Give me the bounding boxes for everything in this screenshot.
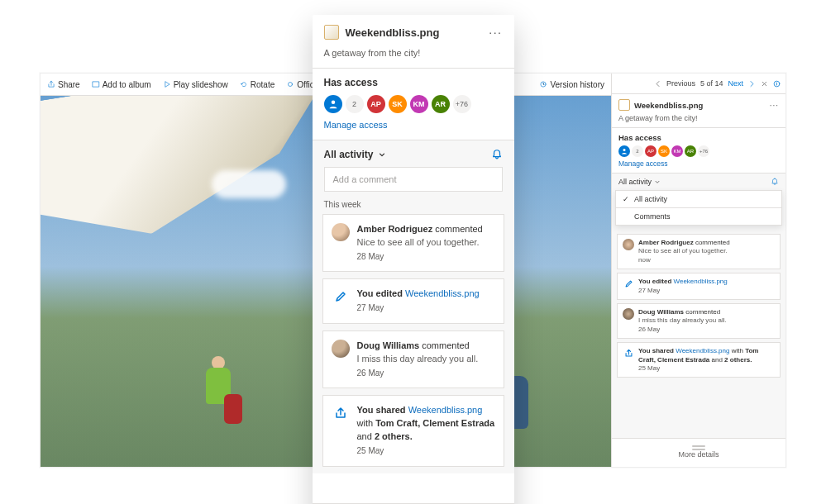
manage-access-link[interactable]: Manage access — [324, 120, 503, 130]
avatar[interactable]: 2 — [346, 95, 364, 113]
small-activity-feed: Amber Rodriguez commentedNice to see all… — [612, 231, 785, 381]
avatar[interactable]: KM — [671, 145, 683, 157]
add-to-album-button[interactable]: Add to album — [92, 80, 151, 89]
next-link[interactable]: Next — [728, 79, 743, 88]
avatar — [623, 308, 634, 320]
share-icon — [47, 80, 55, 88]
small-activity-card: Amber Rodriguez commentedNice to see all… — [617, 234, 781, 269]
svg-point-5 — [331, 101, 335, 105]
chevron-down-icon — [378, 150, 386, 159]
version-history-button[interactable]: Version history — [539, 80, 604, 89]
svg-point-1 — [289, 83, 293, 87]
svg-point-4 — [623, 149, 626, 151]
activity-card-edit: You edited Weekendbliss.png 27 May — [322, 278, 504, 323]
close-icon[interactable] — [761, 80, 768, 88]
chevron-right-icon[interactable] — [748, 80, 756, 88]
rotate-icon — [240, 80, 248, 88]
small-activity-card: You shared Weekendbliss.png with Tom Cra… — [617, 342, 781, 378]
play-icon — [163, 80, 171, 88]
small-access-heading: Has access — [618, 133, 779, 142]
avatar[interactable] — [618, 145, 630, 157]
info-icon[interactable] — [773, 80, 781, 88]
drag-handle-icon — [692, 445, 705, 447]
small-file-name: Weekendbliss.png — [634, 101, 703, 110]
avatar — [332, 223, 350, 241]
share-icon — [623, 347, 634, 359]
svg-rect-0 — [93, 82, 99, 87]
share-icon — [332, 404, 350, 422]
history-icon — [539, 80, 547, 88]
access-section: Has access 2 AP SK KM AR +76 Manage acce… — [313, 69, 514, 140]
access-heading: Has access — [324, 77, 503, 88]
avatar[interactable]: AR — [432, 95, 450, 113]
small-manage-access-link[interactable]: Manage access — [618, 159, 779, 168]
chevron-down-icon — [654, 178, 661, 185]
album-icon — [92, 80, 100, 88]
page-count: 5 of 14 — [700, 79, 723, 88]
small-filter-dropdown: ✓All activity Comments — [615, 190, 782, 226]
avatar[interactable]: KM — [410, 95, 428, 113]
lens-icon — [286, 80, 294, 88]
previous-link[interactable]: Previous — [666, 79, 695, 88]
avatar-overflow[interactable]: +76 — [698, 145, 709, 157]
small-activity-filter[interactable]: All activity — [612, 174, 785, 190]
image-file-icon — [618, 99, 630, 111]
avatar[interactable]: SK — [658, 145, 670, 157]
share-button[interactable]: Share — [47, 80, 80, 89]
pagination-bar: Previous 5 of 14 Next — [612, 74, 785, 94]
small-file-header: Weekendbliss.png ··· — [612, 94, 785, 112]
edit-icon — [623, 278, 634, 289]
bell-icon[interactable] — [771, 178, 779, 186]
file-header: Weekendbliss.png ··· — [313, 15, 514, 45]
activity-filter[interactable]: All activity — [313, 140, 514, 167]
activity-group-label: This week — [313, 200, 514, 214]
edit-icon — [332, 288, 350, 306]
image-file-icon — [324, 25, 339, 40]
avatar[interactable]: SK — [389, 95, 407, 113]
play-slideshow-button[interactable]: Play slideshow — [163, 80, 228, 89]
avatar-owner[interactable] — [324, 95, 342, 113]
avatar[interactable]: AR — [685, 145, 696, 157]
dropdown-option-comments[interactable]: Comments — [616, 208, 781, 225]
dropdown-option-all[interactable]: ✓All activity — [616, 191, 781, 208]
small-access-block: Has access 2 AP SK KM AR +76 Manage acce… — [612, 128, 785, 174]
details-pane: Weekendbliss.png ··· A getaway from the … — [313, 15, 514, 504]
small-more-details[interactable]: More details — [612, 438, 785, 467]
file-caption: A getaway from the city! — [313, 45, 514, 69]
rotate-button[interactable]: Rotate — [240, 80, 275, 89]
bell-icon[interactable] — [491, 149, 503, 160]
avatar-row: 2 AP SK KM AR +76 — [324, 95, 503, 113]
activity-card-share: You shared Weekendbliss.png with Tom Cra… — [322, 395, 504, 466]
activity-feed: Amber Rodriguez commented Nice to see al… — [313, 214, 514, 467]
chevron-left-icon[interactable] — [654, 80, 661, 88]
file-name: Weekendbliss.png — [346, 26, 440, 39]
small-more-button[interactable]: ··· — [770, 101, 779, 110]
avatar — [623, 239, 634, 250]
activity-card-comment: Doug Williams commented I miss this day … — [322, 330, 504, 388]
small-activity-card: Doug Williams commentedI miss this day a… — [617, 303, 781, 339]
avatar[interactable]: AP — [367, 95, 385, 113]
details-pane-small: Previous 5 of 14 Next Weekendbliss.png ·… — [611, 74, 785, 467]
small-activity-card: You edited Weekendbliss.png27 May — [617, 273, 781, 300]
comment-input[interactable]: Add a comment — [324, 167, 503, 192]
avatar[interactable]: AP — [645, 145, 657, 157]
avatar[interactable]: 2 — [632, 145, 643, 157]
activity-section: All activity Add a comment This week Amb… — [313, 140, 514, 473]
avatar — [332, 340, 350, 358]
activity-card-comment: Amber Rodriguez commented Nice to see al… — [322, 214, 504, 272]
small-avatar-row: 2 AP SK KM AR +76 — [618, 145, 779, 157]
more-actions-button[interactable]: ··· — [489, 26, 502, 39]
avatar-overflow[interactable]: +76 — [453, 95, 471, 113]
person-icon — [328, 99, 338, 109]
small-file-caption: A getaway from the city! — [612, 112, 785, 128]
